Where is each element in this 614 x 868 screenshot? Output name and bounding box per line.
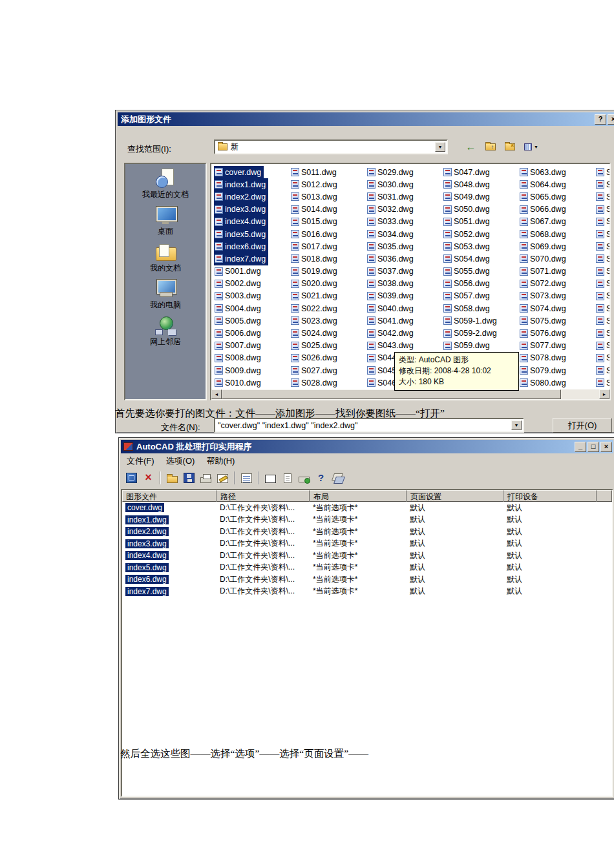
file-item[interactable]: S023.dwg	[290, 315, 340, 327]
file-item[interactable]: S048.dwg	[443, 178, 492, 191]
file-item[interactable]: S068.dwg	[519, 228, 569, 240]
file-item[interactable]: S006.dwg	[214, 327, 264, 339]
file-item[interactable]: S017.dwg	[290, 240, 340, 253]
file-item[interactable]: S005.dwg	[214, 315, 264, 327]
file-item[interactable]: S055.dwg	[443, 265, 492, 278]
file-item[interactable]: S0	[595, 240, 609, 253]
file-item[interactable]: S080.dwg	[519, 377, 569, 389]
file-item[interactable]: S018.dwg	[290, 253, 340, 265]
file-item[interactable]: index2.dwg	[214, 191, 268, 203]
file-item[interactable]: index1.dwg	[214, 178, 268, 191]
open-list-button[interactable]	[164, 470, 180, 486]
file-item[interactable]: S069.dwg	[519, 240, 569, 253]
file-item[interactable]: S056.dwg	[443, 278, 492, 290]
column-header[interactable]: 图形文件	[122, 490, 217, 502]
table-row[interactable]: index4.dwgD:\工作文件夹\资料\...*当前选项卡*默认默认	[122, 550, 612, 562]
file-item[interactable]: S0	[595, 191, 609, 203]
file-item[interactable]: S011.dwg	[290, 166, 339, 178]
file-item[interactable]: S0	[595, 278, 609, 290]
file-item[interactable]: S050.dwg	[443, 203, 492, 216]
file-item[interactable]: index5.dwg	[214, 228, 268, 240]
file-item[interactable]: S073.dwg	[519, 290, 569, 302]
menu-item[interactable]: 选项(O)	[160, 454, 201, 468]
file-item[interactable]: S047.dwg	[443, 166, 492, 178]
file-item[interactable]: S040.dwg	[366, 302, 416, 315]
plot-edit-button[interactable]	[215, 470, 231, 486]
up-one-level-button[interactable]: ↑	[482, 140, 498, 154]
scrollbar-thumb[interactable]	[222, 389, 561, 399]
table-row[interactable]: index6.dwgD:\工作文件夹\资料\...*当前选项卡*默认默认	[122, 574, 612, 586]
back-button[interactable]: ←	[463, 140, 479, 154]
file-item[interactable]: S041.dwg	[366, 315, 416, 327]
file-item[interactable]: S029.dwg	[366, 166, 416, 178]
file-item[interactable]: index6.dwg	[214, 240, 268, 253]
file-item[interactable]: S0	[595, 228, 609, 240]
file-item[interactable]: S014.dwg	[290, 203, 340, 216]
table-row[interactable]: index3.dwgD:\工作文件夹\资料\...*当前选项卡*默认默认	[122, 538, 612, 550]
remove-button[interactable]	[140, 470, 156, 486]
table-row[interactable]: index1.dwgD:\工作文件夹\资料\...*当前选项卡*默认默认	[122, 514, 612, 526]
file-item[interactable]: S0	[595, 203, 609, 216]
file-item[interactable]: S059-1.dwg	[443, 315, 500, 327]
file-item[interactable]: S072.dwg	[519, 278, 569, 290]
minimize-button[interactable]: _	[575, 442, 586, 452]
network-plot-button[interactable]	[296, 470, 312, 486]
file-item[interactable]: S049.dwg	[443, 191, 492, 203]
file-item[interactable]: S025.dwg	[290, 340, 340, 352]
page-setup-button[interactable]	[279, 470, 295, 486]
file-item[interactable]: S071.dwg	[519, 265, 569, 278]
scroll-right-icon[interactable]: ►	[599, 389, 609, 399]
place-my-computer[interactable]: 我的电脑	[125, 274, 206, 311]
file-item[interactable]: index4.dwg	[214, 216, 268, 228]
place-desktop[interactable]: 桌面	[125, 201, 206, 238]
file-item[interactable]: S0	[595, 364, 609, 377]
file-item[interactable]: S016.dwg	[290, 228, 340, 240]
close-button[interactable]: ×	[608, 114, 614, 125]
file-item[interactable]: S065.dwg	[519, 191, 569, 203]
file-item[interactable]: S0	[595, 178, 609, 191]
file-item[interactable]: S012.dwg	[290, 178, 340, 191]
file-item[interactable]: S031.dwg	[366, 191, 416, 203]
add-drawings-button[interactable]	[123, 470, 140, 486]
place-my-documents[interactable]: 我的文档	[125, 238, 206, 274]
file-item[interactable]: S026.dwg	[290, 352, 340, 364]
file-item[interactable]: S054.dwg	[443, 253, 492, 265]
file-item[interactable]: S013.dwg	[290, 191, 340, 203]
file-item[interactable]: S039.dwg	[366, 290, 416, 302]
column-header[interactable]: 页面设置	[407, 490, 503, 502]
file-item[interactable]: S0	[595, 352, 609, 364]
table-row[interactable]: cover.dwgD:\工作文件夹\资料\...*当前选项卡*默认默认	[122, 502, 612, 514]
file-item[interactable]: S0	[595, 265, 609, 278]
file-item[interactable]: S028.dwg	[290, 377, 340, 389]
file-item[interactable]: S0	[595, 302, 609, 315]
chevron-down-icon[interactable]: ▼	[435, 142, 445, 152]
file-item[interactable]: S020.dwg	[290, 278, 340, 290]
file-item[interactable]: S066.dwg	[519, 203, 569, 216]
file-item[interactable]: S0	[595, 253, 609, 265]
place-network-places[interactable]: 网上邻居	[125, 311, 206, 348]
file-item[interactable]: S070.dwg	[519, 253, 569, 265]
file-item[interactable]: S036.dwg	[366, 253, 416, 265]
print-button[interactable]	[198, 470, 214, 486]
file-item[interactable]: S027.dwg	[290, 364, 340, 377]
look-in-combobox[interactable]: 新 ▼	[214, 140, 448, 154]
file-item[interactable]: S074.dwg	[519, 302, 569, 315]
file-item[interactable]: S079.dwg	[519, 364, 569, 377]
table-row[interactable]: index7.dwgD:\工作文件夹\资料\...*当前选项卡*默认默认	[122, 586, 612, 598]
file-item[interactable]: S032.dwg	[366, 203, 416, 216]
file-item[interactable]: S001.dwg	[214, 265, 264, 278]
file-item[interactable]: S038.dwg	[366, 278, 416, 290]
maximize-button[interactable]: □	[588, 442, 599, 452]
menu-item[interactable]: 文件(F)	[121, 454, 160, 468]
close-button[interactable]: ×	[600, 442, 612, 452]
layers-button[interactable]	[330, 470, 346, 486]
chevron-down-icon[interactable]: ▼	[511, 420, 522, 430]
file-item[interactable]: S063.dwg	[519, 166, 569, 178]
window-button[interactable]	[262, 470, 279, 486]
file-item[interactable]: S009.dwg	[214, 364, 264, 377]
file-item[interactable]: S077.dwg	[519, 340, 569, 352]
file-item[interactable]: S030.dwg	[366, 178, 416, 191]
file-item[interactable]: S0	[595, 166, 609, 178]
file-item[interactable]: S053.dwg	[443, 240, 492, 253]
file-item[interactable]: S002.dwg	[214, 278, 264, 290]
